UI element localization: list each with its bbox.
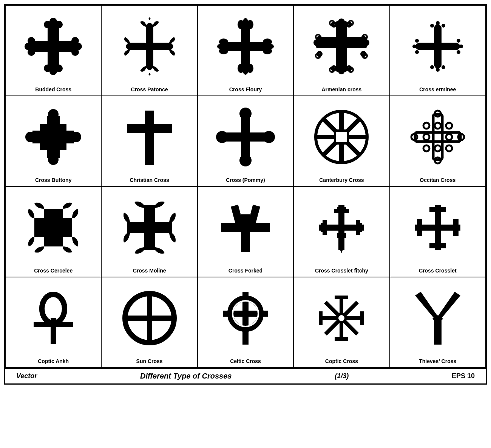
label-cross-patonce: Cross Patonce	[131, 86, 168, 92]
cell-coptic-ankh: Coptic Ankh	[6, 277, 102, 368]
svg-rect-131	[321, 223, 325, 232]
cell-cross-erminee: Cross erminee	[390, 6, 486, 96]
svg-point-73	[48, 109, 59, 120]
label-cross-crosslet: Cross Crosslet	[419, 268, 457, 274]
cell-cross-crosslet: Cross Crosslet	[390, 187, 486, 277]
footer-vector: Vector	[16, 372, 37, 380]
svg-rect-113	[140, 222, 159, 233]
icon-cross-crosslet	[392, 191, 483, 265]
svg-rect-165	[434, 318, 442, 345]
svg-rect-78	[127, 124, 172, 133]
cell-cross-cercelee: Cross Cercelee	[6, 187, 102, 277]
icon-coptic-ankh	[8, 281, 99, 355]
svg-point-105	[435, 123, 441, 129]
svg-rect-93	[433, 114, 442, 160]
svg-rect-117	[158, 222, 172, 233]
svg-rect-109	[44, 235, 63, 246]
cell-armenian-cross: Armenian cross	[294, 6, 390, 96]
cell-cross-forked: Cross Forked	[198, 187, 294, 277]
svg-point-10	[28, 48, 35, 56]
svg-point-81	[239, 108, 252, 120]
cell-cross-moline: Cross Moline	[102, 187, 198, 277]
main-container: Budded Cross	[4, 4, 487, 385]
svg-point-106	[435, 145, 441, 151]
icon-budded-cross	[8, 9, 99, 83]
label-cross-moline: Cross Moline	[133, 268, 166, 274]
svg-point-61	[415, 50, 419, 54]
svg-point-74	[48, 154, 59, 165]
cell-cross-floury: Cross Floury	[198, 6, 294, 96]
label-celtic-cross: Celtic Cross	[230, 358, 261, 364]
svg-point-101	[423, 145, 429, 151]
svg-rect-77	[145, 111, 154, 165]
svg-rect-122	[241, 214, 250, 226]
cell-cross-buttony: Cross Buttony	[6, 96, 102, 187]
icon-sun-cross	[103, 281, 195, 355]
icon-cross-moline	[103, 191, 195, 265]
icon-cross-floury	[200, 9, 291, 83]
svg-rect-72	[40, 124, 66, 150]
label-cross-crosslet-fitchy: Cross Crosslet fitchy	[315, 268, 368, 274]
svg-rect-137	[417, 219, 422, 236]
svg-point-84	[263, 131, 275, 143]
label-coptic-ankh: Coptic Ankh	[38, 358, 69, 364]
svg-point-100	[446, 123, 452, 129]
svg-point-59	[436, 68, 440, 72]
label-sun-cross: Sun Cross	[136, 358, 163, 364]
svg-point-152	[338, 315, 344, 321]
svg-rect-163	[319, 311, 323, 325]
svg-rect-15	[223, 42, 268, 51]
icon-coptic-cross	[296, 281, 387, 355]
label-cross-erminee: Cross erminee	[419, 86, 456, 92]
svg-point-55	[442, 24, 445, 28]
icon-cross-cercelee	[8, 191, 99, 265]
icon-cross-forked	[200, 191, 291, 265]
label-cross-forked: Cross Forked	[229, 268, 262, 274]
svg-rect-138	[453, 219, 459, 236]
svg-point-18	[247, 20, 253, 29]
svg-point-63	[457, 39, 460, 43]
svg-rect-136	[429, 243, 446, 248]
svg-rect-91	[336, 132, 347, 142]
label-cross-pommy: Cross (Pommy)	[226, 177, 265, 183]
icon-cross-pommy	[200, 100, 291, 174]
svg-point-13	[71, 48, 79, 56]
svg-point-99	[423, 123, 429, 129]
svg-point-54	[430, 24, 434, 28]
svg-point-102	[446, 145, 452, 151]
cell-celtic-cross: Celtic Cross	[198, 277, 294, 368]
svg-rect-135	[429, 207, 446, 212]
label-budded-cross: Budded Cross	[35, 86, 71, 92]
label-thieves-cross: Thieves' Cross	[419, 358, 456, 364]
svg-rect-94	[415, 132, 460, 142]
svg-rect-108	[44, 209, 63, 220]
svg-rect-111	[61, 218, 72, 237]
icon-canterbury-cross	[296, 100, 387, 174]
cell-coptic-cross: Coptic Cross	[294, 277, 390, 368]
svg-rect-107	[44, 218, 63, 237]
label-cross-cercelee: Cross Cercelee	[34, 268, 73, 274]
svg-rect-110	[34, 218, 46, 237]
cell-cross-patonce: Cross Patonce	[102, 6, 198, 96]
icon-cross-crosslet-fitchy	[296, 191, 387, 265]
footer-title: Different Type of Crosses	[140, 372, 232, 380]
footer-page: (1/3)	[335, 372, 349, 380]
cell-sun-cross: Sun Cross	[102, 277, 198, 368]
svg-point-24	[219, 48, 228, 54]
svg-point-21	[247, 64, 253, 73]
svg-rect-129	[337, 207, 346, 211]
svg-point-104	[446, 134, 452, 140]
svg-rect-1	[31, 41, 76, 52]
svg-point-83	[216, 131, 228, 143]
label-cross-buttony: Cross Buttony	[35, 177, 71, 183]
cell-occitan-cross: Occitan Cross	[390, 96, 486, 187]
cell-budded-cross: Budded Cross	[6, 6, 102, 96]
svg-point-75	[25, 132, 36, 142]
icon-thieves-cross	[392, 281, 483, 355]
svg-rect-80	[224, 132, 267, 142]
footer: Vector Different Type of Crosses (1/3) E…	[5, 368, 486, 383]
svg-rect-164	[360, 311, 364, 325]
icon-celtic-cross	[200, 281, 291, 355]
label-cross-floury: Cross Floury	[229, 86, 262, 92]
cell-cross-pommy: Cross (Pommy)	[198, 96, 294, 187]
